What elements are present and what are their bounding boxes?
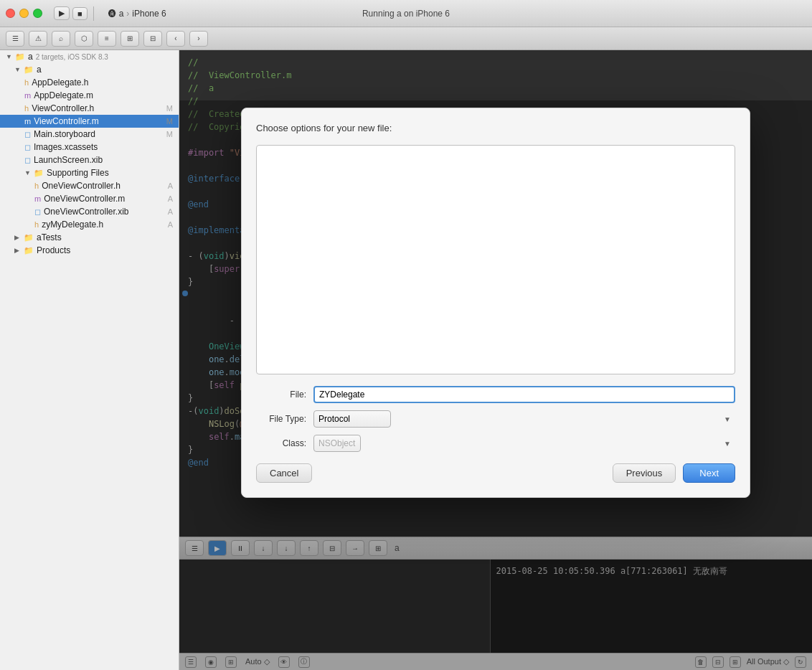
m-file-icon: m xyxy=(24,91,31,100)
m-file-icon-3: m xyxy=(34,194,41,203)
sidebar-item-products[interactable]: ▶ 📁 Products xyxy=(0,244,179,257)
arrow-a-icon: ▼ xyxy=(14,66,22,73)
content-area: // // ViewController.m // a // // Create… xyxy=(179,50,812,670)
code-line: // a xyxy=(188,82,803,95)
arrow-supporting-icon: ▼ xyxy=(24,169,32,176)
badge-vc-m: M xyxy=(166,117,173,126)
code-line: // ViewController.m xyxy=(188,69,803,82)
sidebar-root-label: a xyxy=(28,52,33,62)
sidebar-item-main-storyboard[interactable]: ◻ Main.storyboard M xyxy=(0,128,179,141)
sidebar-item-a[interactable]: ▼ 📁 a xyxy=(0,63,179,76)
dialog-buttons: Cancel Previous Next xyxy=(256,463,735,483)
navigator-toggle[interactable]: ☰ xyxy=(6,31,24,47)
xib-icon: ◻ xyxy=(24,156,31,165)
toolbar: ▶ ■ 🅐 a › iPhone 6 xyxy=(54,6,166,21)
file-type-select[interactable]: Protocol Objective-C class Swift File He… xyxy=(313,410,391,428)
badge-onevc-m: A xyxy=(168,194,173,203)
sidebar: ▼ 📁 a 2 targets, iOS SDK 8.3 ▼ 📁 a h App… xyxy=(0,50,179,670)
class-label: Class: xyxy=(256,438,306,448)
maximize-button[interactable] xyxy=(33,9,42,18)
badge-vc-h: M xyxy=(166,104,173,113)
sidebar-label-products: Products xyxy=(37,245,70,255)
class-select-wrapper: NSObject ▼ xyxy=(313,435,735,452)
dialog-content-area xyxy=(256,145,735,374)
breadcrumb-project: a xyxy=(119,9,124,19)
back-button[interactable]: ‹ xyxy=(166,31,185,47)
sidebar-label-onevc-m: OneViewController.m xyxy=(44,194,125,204)
sidebar-item-onevc-m[interactable]: m OneViewController.m A xyxy=(0,192,179,205)
sidebar-label-atests: aTests xyxy=(37,232,62,242)
sidebar-item-appdelegate-m[interactable]: m AppDelegate.m xyxy=(0,89,179,102)
stop-button[interactable]: ■ xyxy=(72,7,88,20)
dialog-title: Choose options for your new file: xyxy=(256,123,735,133)
next-button[interactable]: Next xyxy=(683,463,735,483)
sidebar-root[interactable]: ▼ 📁 a 2 targets, iOS SDK 8.3 xyxy=(0,50,179,63)
file-type-select-wrapper: Protocol Objective-C class Swift File He… xyxy=(313,410,735,428)
sidebar-label-viewcontroller-m: ViewController.m xyxy=(34,116,98,126)
h-file-icon-4: h xyxy=(34,220,39,229)
h-file-icon: h xyxy=(24,78,29,87)
scheme-icon: 🅐 xyxy=(108,9,116,18)
dialog-overlay: Choose options for your new file: File: … xyxy=(179,100,812,670)
sidebar-item-atests[interactable]: ▶ 📁 aTests xyxy=(0,231,179,244)
sidebar-item-launchscreen[interactable]: ◻ LaunchScreen.xib xyxy=(0,154,179,166)
arrow-icon: ▼ xyxy=(6,53,13,60)
class-select-arrow-icon: ▼ xyxy=(724,440,731,448)
annotation-button[interactable]: ⊞ xyxy=(121,31,139,47)
m-file-icon-2: m xyxy=(24,117,31,126)
folder-atests-icon: 📁 xyxy=(24,233,34,242)
sidebar-label-supporting: Supporting Files xyxy=(47,168,109,178)
cancel-button[interactable]: Cancel xyxy=(256,463,312,483)
file-label: File: xyxy=(256,390,306,400)
main-layout: ▼ 📁 a 2 targets, iOS SDK 8.3 ▼ 📁 a h App… xyxy=(0,50,812,670)
sidebar-item-supporting[interactable]: ▼ 📁 Supporting Files xyxy=(0,166,179,179)
dialog-form: File: File Type: Protocol Objective-C cl… xyxy=(256,386,735,452)
close-button[interactable] xyxy=(6,9,15,18)
file-row: File: xyxy=(256,386,735,403)
sidebar-item-viewcontroller-h[interactable]: h ViewController.h M xyxy=(0,102,179,115)
breadcrumb-device: iPhone 6 xyxy=(132,9,166,19)
badge-onevc-h: A xyxy=(168,181,173,190)
sidebar-item-zymydelegate[interactable]: h zyMyDelegate.h A xyxy=(0,218,179,231)
window-title: Running a on iPhone 6 xyxy=(362,9,450,19)
warning-button[interactable]: ⚠ xyxy=(29,31,47,47)
sidebar-label-viewcontroller-h: ViewController.h xyxy=(32,103,94,113)
storyboard-icon: ◻ xyxy=(24,130,31,139)
second-toolbar: ☰ ⚠ ⌕ ⬡ ≡ ⊞ ⊟ ‹ › xyxy=(0,27,812,50)
h-file-icon-2: h xyxy=(24,104,29,113)
breadcrumb-sep: › xyxy=(126,9,129,19)
sidebar-label-appdelegate-m: AppDelegate.m xyxy=(34,90,93,100)
select-arrow-icon: ▼ xyxy=(724,415,731,423)
arrow-atests-icon: ▶ xyxy=(14,234,22,241)
file-input[interactable] xyxy=(313,386,735,403)
badge-zymydelegate: A xyxy=(168,220,173,229)
sidebar-item-appdelegate-h[interactable]: h AppDelegate.h xyxy=(0,76,179,89)
new-file-dialog: Choose options for your new file: File: … xyxy=(241,108,750,498)
sidebar-label-a: a xyxy=(37,65,42,75)
title-bar: ▶ ■ 🅐 a › iPhone 6 Running a on iPhone 6 xyxy=(0,0,812,27)
list-button[interactable]: ≡ xyxy=(98,31,116,47)
grid-button[interactable]: ⊟ xyxy=(143,31,162,47)
search-button[interactable]: ⌕ xyxy=(52,31,70,47)
sidebar-label-zymydelegate: zyMyDelegate.h xyxy=(42,220,103,230)
badge-onevc-xib: A xyxy=(168,207,173,216)
sidebar-item-viewcontroller-m[interactable]: m ViewController.m M xyxy=(0,115,179,128)
sidebar-label-appdelegate-h: AppDelegate.h xyxy=(32,77,88,88)
traffic-lights xyxy=(6,9,42,18)
sidebar-item-onevc-xib[interactable]: ◻ OneViewController.xib A xyxy=(0,205,179,218)
sidebar-label-launchscreen: LaunchScreen.xib xyxy=(34,155,103,165)
sidebar-item-onevc-h[interactable]: h OneViewController.h A xyxy=(0,179,179,192)
sidebar-root-subtitle: 2 targets, iOS SDK 8.3 xyxy=(36,53,108,61)
breadcrumb: 🅐 a › iPhone 6 xyxy=(108,9,166,19)
sidebar-item-images[interactable]: ◻ Images.xcassets xyxy=(0,141,179,154)
folder-supporting-icon: 📁 xyxy=(34,169,44,178)
class-select[interactable]: NSObject xyxy=(313,435,361,452)
build-button[interactable]: ▶ xyxy=(54,6,70,20)
forward-button[interactable]: › xyxy=(189,31,208,47)
minimize-button[interactable] xyxy=(19,9,29,18)
file-type-label: File Type: xyxy=(256,414,306,424)
class-row: Class: NSObject ▼ xyxy=(256,435,735,452)
breakpoint-button[interactable]: ⬡ xyxy=(75,31,93,47)
previous-button[interactable]: Previous xyxy=(613,463,676,483)
h-file-icon-3: h xyxy=(34,181,39,190)
